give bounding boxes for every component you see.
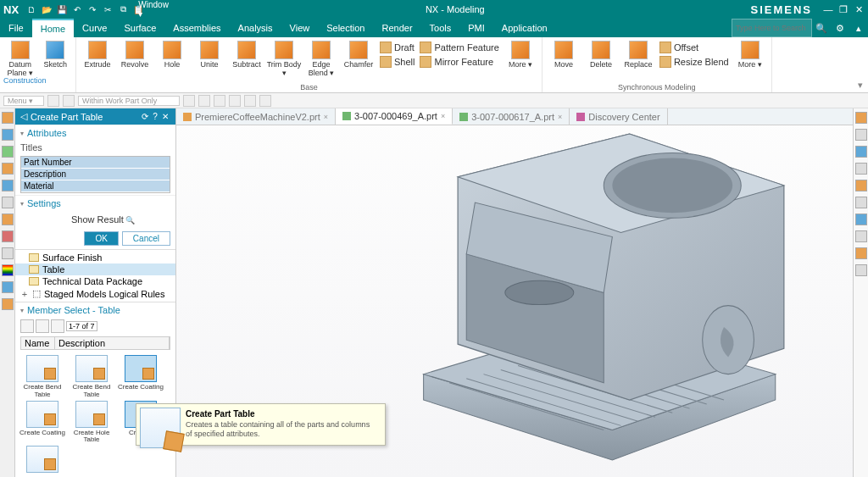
- window-menu[interactable]: Window ▾: [147, 3, 159, 15]
- trim-body-button[interactable]: Trim Body ▾: [266, 39, 302, 80]
- tree-table[interactable]: Table: [15, 263, 175, 275]
- ribbon-expand-icon[interactable]: ▾: [858, 80, 863, 91]
- extrude-button[interactable]: Extrude: [80, 39, 115, 71]
- tb-icon-6[interactable]: [259, 95, 271, 107]
- edge-blend-button[interactable]: Edge Blend ▾: [303, 39, 339, 80]
- move-button[interactable]: Move: [546, 39, 581, 71]
- shell-button[interactable]: Shell: [378, 55, 416, 69]
- mirror-feature-button[interactable]: Mirror Feature: [418, 55, 500, 69]
- search-members-icon[interactable]: [51, 319, 64, 333]
- title-description[interactable]: Description: [21, 169, 170, 180]
- reuse-library-icon[interactable]: [2, 163, 14, 175]
- browser-icon[interactable]: [2, 197, 14, 208]
- menu-pmi[interactable]: PMI: [459, 19, 493, 37]
- menu-home[interactable]: Home: [32, 19, 74, 37]
- tab-premiere-coffee[interactable]: PremiereCoffeeMachineV2.prt×: [176, 108, 336, 125]
- panel-close-icon[interactable]: ✕: [160, 112, 170, 121]
- tb-icon-2[interactable]: [198, 95, 210, 107]
- menu-assemblies[interactable]: Assemblies: [164, 19, 229, 37]
- close-button[interactable]: ✕: [853, 4, 865, 15]
- sketch-button[interactable]: Sketch: [39, 39, 73, 71]
- card-extra[interactable]: [19, 446, 66, 474]
- restore-button[interactable]: ❐: [837, 4, 849, 15]
- filter2-icon[interactable]: [63, 95, 75, 107]
- panel-reset-icon[interactable]: ⟳: [140, 112, 150, 121]
- col-name[interactable]: Name: [21, 337, 55, 349]
- settings-section[interactable]: Settings: [15, 195, 175, 211]
- replace-button[interactable]: Replace: [620, 39, 656, 71]
- menu-curve[interactable]: Curve: [74, 19, 115, 37]
- attributes-section[interactable]: Attributes: [15, 125, 175, 141]
- work-part-filter[interactable]: Within Work Part Only: [78, 96, 180, 106]
- rt-icon-7[interactable]: [855, 214, 867, 225]
- menu-surface[interactable]: Surface: [115, 19, 164, 37]
- tb-icon-3[interactable]: [214, 95, 225, 107]
- save-icon[interactable]: 💾: [56, 3, 68, 15]
- show-result-link[interactable]: Show Result 🔍: [20, 214, 135, 225]
- menu-view[interactable]: View: [281, 19, 319, 37]
- resize-blend-button[interactable]: Resize Blend: [658, 55, 731, 69]
- filter-members-icon[interactable]: [36, 319, 49, 333]
- pattern-feature-button[interactable]: Pattern Feature: [418, 41, 500, 54]
- search-icon[interactable]: 🔍: [812, 19, 831, 37]
- menu-analysis[interactable]: Analysis: [230, 19, 281, 37]
- roles-icon[interactable]: [2, 247, 14, 259]
- col-description[interactable]: Description: [55, 337, 170, 349]
- hole-button[interactable]: Hole: [154, 39, 190, 71]
- card-create-hole-table[interactable]: Create Hole Table: [68, 401, 115, 445]
- rt-icon-8[interactable]: [855, 230, 867, 242]
- panel-back-icon[interactable]: ◁: [20, 111, 27, 122]
- cut-icon[interactable]: ✂: [102, 3, 114, 15]
- constraint-navigator-icon[interactable]: [2, 146, 14, 158]
- title-part-number[interactable]: Part Number: [21, 157, 170, 169]
- rt-icon-1[interactable]: [855, 112, 867, 124]
- part-navigator-icon[interactable]: [2, 112, 14, 124]
- system-icon[interactable]: [2, 230, 14, 242]
- search-input[interactable]: [732, 19, 812, 37]
- ok-button[interactable]: OK: [84, 231, 118, 246]
- card-create-bend-table-1[interactable]: Create Bend Table: [19, 355, 66, 399]
- rt-icon-5[interactable]: [855, 180, 867, 191]
- open-icon[interactable]: 📂: [41, 3, 53, 15]
- tree-surface-finish[interactable]: Surface Finish: [15, 252, 175, 263]
- card-create-coating-1[interactable]: Create Coating: [117, 355, 164, 399]
- copy-icon[interactable]: ⧉: [117, 3, 129, 15]
- tab-3-007-000469[interactable]: 3-007-000469_A.prt×: [336, 108, 453, 125]
- palette-icon[interactable]: [2, 264, 14, 276]
- rt-icon-3[interactable]: [855, 146, 867, 158]
- tab-3-007-000617[interactable]: 3-007-000617_A.prt×: [453, 108, 570, 125]
- rt-icon-6[interactable]: [855, 197, 867, 208]
- rt-icon-4[interactable]: [855, 163, 867, 175]
- view-mode-icon[interactable]: [20, 319, 34, 333]
- rt-icon-2[interactable]: [855, 129, 867, 141]
- menu-application[interactable]: Application: [493, 19, 556, 37]
- draft-button[interactable]: Draft: [378, 41, 416, 54]
- new-icon[interactable]: 🗋: [25, 3, 37, 15]
- title-material[interactable]: Material: [21, 180, 170, 192]
- assembly-navigator-icon[interactable]: [2, 129, 14, 141]
- tab-close-icon[interactable]: ×: [324, 113, 328, 121]
- more-sync-button[interactable]: More ▾: [732, 39, 768, 71]
- minimize-button[interactable]: —: [822, 4, 834, 14]
- card-create-bend-table-2[interactable]: Create Bend Table: [68, 355, 115, 399]
- tree-technical-data[interactable]: Technical Data Package: [15, 275, 175, 287]
- layer-icon[interactable]: [2, 281, 14, 293]
- hd3d-icon[interactable]: [2, 180, 14, 191]
- tree-staged-models[interactable]: +⬚Staged Models Logical Rules: [15, 287, 175, 300]
- menu-selection[interactable]: Selection: [318, 19, 373, 37]
- undo-icon[interactable]: ↶: [71, 3, 83, 15]
- tb-icon-5[interactable]: [244, 95, 256, 107]
- more-base-button[interactable]: More ▾: [503, 39, 538, 71]
- tab-close-icon[interactable]: ×: [558, 113, 562, 121]
- redo-icon[interactable]: ↷: [86, 3, 98, 15]
- member-select-section[interactable]: Member Select - Table: [15, 302, 175, 318]
- collapse-ribbon-icon[interactable]: ▴: [849, 19, 868, 37]
- tab-discovery-center[interactable]: Discovery Center: [570, 108, 667, 125]
- datum-plane-button[interactable]: Datum Plane ▾: [3, 39, 37, 80]
- menu-file[interactable]: File: [0, 19, 32, 37]
- menu-tools[interactable]: Tools: [421, 19, 460, 37]
- filter-icon[interactable]: [47, 95, 59, 107]
- tab-close-icon[interactable]: ×: [441, 112, 445, 120]
- offset-button[interactable]: Offset: [658, 41, 731, 54]
- settings-icon[interactable]: ⚙: [831, 19, 849, 37]
